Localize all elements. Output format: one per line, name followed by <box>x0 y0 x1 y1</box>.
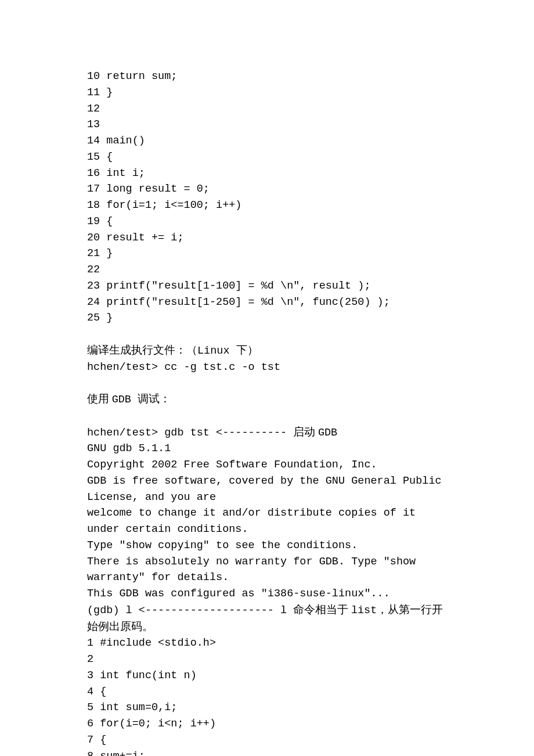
document-line: 2 <box>87 651 447 668</box>
document-line: 11 } <box>87 85 447 101</box>
document-line: GDB is free software, covered by the GNU… <box>87 473 447 506</box>
document-line: hchen/test> cc -g tst.c -o tst <box>87 359 447 376</box>
document-line: 5 int sum=0,i; <box>87 700 447 716</box>
document-line: 14 main() <box>87 133 447 149</box>
document-line: welcome to change it and/or distribute c… <box>87 505 447 538</box>
document-line: 编译生成执行文件：（Linux 下） <box>87 343 447 359</box>
document-line: (gdb) l <-------------------- l 命令相当于 li… <box>87 602 447 636</box>
document-line: 6 for(i=0; i<n; i++) <box>87 716 447 732</box>
document-line: This GDB was configured as "i386-suse-li… <box>87 586 447 602</box>
document-line: 1 #include <stdio.h> <box>87 635 447 651</box>
document-line: 3 int func(int n) <box>87 668 447 684</box>
document-line: 7 { <box>87 732 447 748</box>
document-line: 18 for(i=1; i<=100; i++) <box>87 197 447 214</box>
document-line <box>87 375 447 391</box>
document-line: There is absolutely no warranty for GDB.… <box>87 554 447 586</box>
document-line: 16 int i; <box>87 165 447 182</box>
document-line: 8 sum+=i; <box>87 748 447 757</box>
document-line: 4 { <box>87 684 447 700</box>
document-line <box>87 408 447 424</box>
document-line: 19 { <box>87 214 447 230</box>
document-line: 20 result += i; <box>87 230 447 246</box>
document-line: 22 <box>87 262 447 278</box>
document-line: 21 } <box>87 246 447 262</box>
document-body: 10 return sum;11 }121314 main()15 {16 in… <box>87 69 447 756</box>
document-line: hchen/test> gdb tst <---------- 启动 GDB <box>87 424 447 441</box>
document-line: 10 return sum; <box>87 69 447 85</box>
document-line: Copyright 2002 Free Software Foundation,… <box>87 457 447 473</box>
document-line: 23 printf("result[1-100] = %d \n", resul… <box>87 278 447 294</box>
document-line: GNU gdb 5.1.1 <box>87 441 447 457</box>
document-line: 12 <box>87 101 447 117</box>
document-line: 25 } <box>87 310 447 326</box>
document-line: 24 printf("result[1-250] = %d \n", func(… <box>87 294 447 311</box>
document-line: Type "show copying" to see the condition… <box>87 538 447 554</box>
document-line: 15 { <box>87 149 447 165</box>
document-line: 13 <box>87 117 447 133</box>
document-line <box>87 326 447 343</box>
document-line: 17 long result = 0; <box>87 181 447 197</box>
document-line: 使用 GDB 调试： <box>87 391 447 408</box>
